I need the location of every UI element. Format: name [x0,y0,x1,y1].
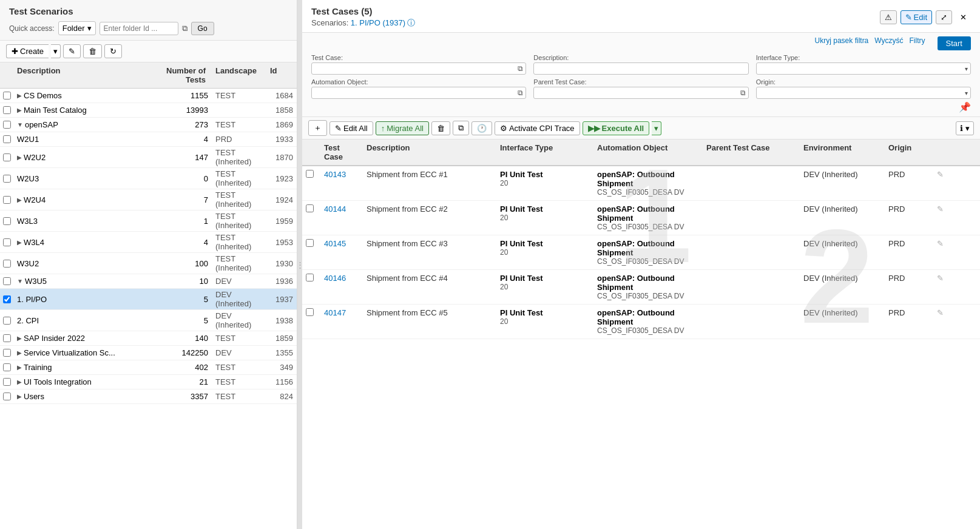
pin-icon[interactable]: 📌 [959,101,971,113]
row-checkbox[interactable] [3,295,11,303]
edit-all-button[interactable]: ✎ Edit All [329,121,373,135]
row-checkbox[interactable] [306,308,314,316]
row-checkbox-cell[interactable] [302,305,320,322]
activate-cpi-button[interactable]: ⚙ Activate CPI Trace [495,121,580,135]
row-desc[interactable]: ▶ UI Tools Integration [13,376,151,388]
row-desc[interactable]: ▶ SAP Insider 2022 [13,332,151,344]
row-checkbox[interactable] [306,274,314,281]
scenario-link[interactable]: 1. PI/PO (1937) [351,18,405,27]
go-button[interactable]: Go [191,22,214,35]
table-info-button[interactable]: ℹ ▾ [956,121,974,135]
migrate-all-button[interactable]: ↑ Migrate All [376,121,429,135]
filters-link[interactable]: Filtry [910,36,925,50]
row-desc[interactable]: ▶ CS Demos [13,90,151,101]
row-desc[interactable]: ▶ Main Test Catalog [13,104,151,116]
warning-button[interactable]: ⚠ [880,10,897,24]
row-checkbox-cell[interactable] [0,90,13,101]
panel-splitter[interactable]: ⋮ [297,0,302,529]
row-desc[interactable]: W3U2 [13,258,151,269]
row-checkbox[interactable] [3,153,11,161]
row-checkbox[interactable] [3,277,11,285]
row-edit-icon[interactable]: ✎ [933,201,964,217]
folder-select[interactable]: Folder ▾ [58,21,96,35]
test-case-id[interactable]: 40145 [320,235,363,252]
test-case-id[interactable]: 40143 [320,166,363,183]
row-desc[interactable]: ▼ openSAP [13,119,151,130]
clear-filter-link[interactable]: Wyczyść [874,36,903,50]
row-edit-icon[interactable]: ✎ [933,166,964,183]
description-input[interactable] [536,64,745,73]
row-desc[interactable]: W2U3 [13,173,151,184]
row-checkbox[interactable] [3,349,11,357]
row-checkbox[interactable] [3,121,11,129]
delete-rows-button[interactable]: 🗑 [431,121,450,135]
copy-rows-button[interactable]: ⧉ [453,121,469,135]
row-desc[interactable]: ▶ W2U2 [13,152,151,163]
row-checkbox[interactable] [3,363,11,371]
parent-test-case-input[interactable] [536,89,740,97]
copy-icon[interactable]: ⧉ [182,24,188,33]
row-desc[interactable]: ▶ Training [13,362,151,373]
row-checkbox[interactable] [306,239,314,247]
row-checkbox[interactable] [3,217,11,225]
row-desc[interactable]: ▼ W3U5 [13,275,151,287]
edit-button[interactable]: ✎ Edit [901,10,932,24]
row-checkbox[interactable] [3,135,11,143]
row-desc[interactable]: 2. CPI [13,315,151,326]
row-desc[interactable]: ▶ Users [13,391,151,402]
copy-icon[interactable]: ⧉ [740,89,746,97]
test-case-input[interactable] [314,64,518,73]
edit-button[interactable]: ✎ [63,44,81,58]
row-checkbox[interactable] [3,196,11,204]
row-checkbox-cell[interactable] [302,235,320,252]
row-checkbox[interactable] [3,317,11,325]
row-checkbox[interactable] [3,92,11,99]
test-case-id[interactable]: 40146 [320,270,363,286]
row-desc[interactable]: ▶ W2U4 [13,194,151,206]
execute-all-dropdown-arrow[interactable]: ▾ [652,121,661,135]
row-checkbox-cell[interactable] [302,166,320,183]
add-row-button[interactable]: ＋ [308,120,327,136]
row-checkbox[interactable] [3,378,11,386]
test-case-id[interactable]: 40147 [320,305,363,321]
row-desc[interactable]: ▶ Service Virtualization Sc... [13,347,151,359]
automation-object-link[interactable]: openSAP: Outbound Shipment [597,239,699,257]
row-checkbox[interactable] [3,260,11,268]
hide-filter-link[interactable]: Ukryj pasek filtra [815,36,869,50]
row-checkbox[interactable] [3,393,11,400]
automation-object-input[interactable] [314,89,518,97]
row-checkbox[interactable] [3,175,11,183]
row-checkbox-cell[interactable] [302,201,320,218]
automation-object-link[interactable]: openSAP: Outbound Shipment [597,170,699,188]
execute-all-button[interactable]: ▶▶ Execute All [583,121,650,135]
row-checkbox[interactable] [3,106,11,114]
history-button[interactable]: 🕐 [471,121,492,135]
folder-id-input[interactable] [100,22,178,35]
refresh-button[interactable]: ↻ [104,44,122,58]
delete-button[interactable]: 🗑 [83,44,102,58]
copy-icon[interactable]: ⧉ [518,89,523,97]
row-edit-icon[interactable]: ✎ [933,305,964,321]
create-button[interactable]: ✚ Create [6,44,49,58]
automation-object-link[interactable]: openSAP: Outbound Shipment [597,308,699,326]
row-edit-icon[interactable]: ✎ [933,270,964,286]
row-desc[interactable]: 1. PI/PO [13,294,151,305]
row-checkbox[interactable] [306,204,314,212]
row-edit-icon[interactable]: ✎ [933,235,964,252]
row-desc[interactable]: W3L3 [13,215,151,227]
origin-select[interactable] [759,89,968,97]
automation-object-link[interactable]: openSAP: Outbound Shipment [597,204,699,223]
close-button[interactable]: ✕ [956,11,971,24]
copy-icon[interactable]: ⧉ [518,64,523,73]
row-checkbox[interactable] [3,334,11,342]
expand-button[interactable]: ⤢ [936,10,952,24]
create-dropdown-arrow[interactable]: ▾ [51,44,61,58]
row-checkbox[interactable] [306,170,314,178]
row-desc[interactable]: W2U1 [13,133,151,145]
row-checkbox-cell[interactable] [302,270,320,287]
interface-type-select[interactable] [759,64,968,73]
row-checkbox[interactable] [3,238,11,246]
automation-object-link[interactable]: openSAP: Outbound Shipment [597,274,699,292]
start-button[interactable]: Start [938,36,971,50]
test-case-id[interactable]: 40144 [320,201,363,217]
